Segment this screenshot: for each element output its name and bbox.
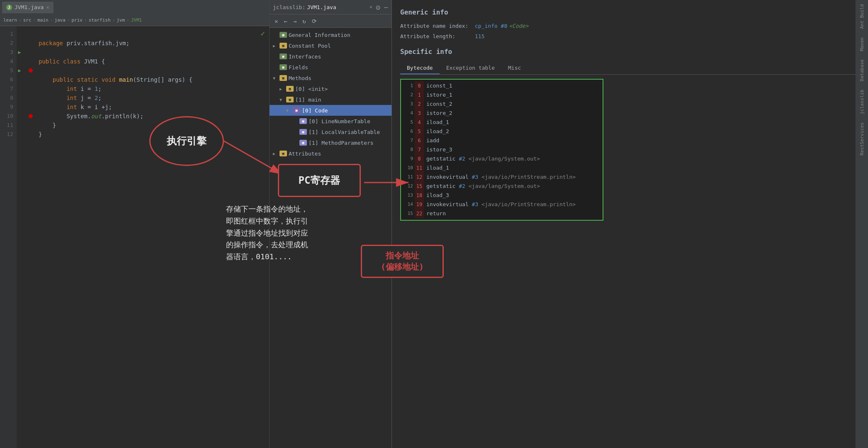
tree-arrow-init: ▶ (280, 87, 286, 91)
bytecode-table: 1 0 iconst_1 2 1 istore_1 3 2 iconst_2 4… (400, 79, 603, 221)
tree-label-general: General Information (289, 32, 350, 38)
details-panel: Generic info Attribute name index: cp_in… (392, 0, 868, 448)
forward-button[interactable]: → (292, 17, 298, 25)
bc-row-6: 6 5 iload_2 (403, 127, 601, 136)
bc-row-4: 4 3 istore_2 (403, 109, 601, 118)
attr-length-value: 115 (475, 33, 484, 39)
tree-item-init[interactable]: ▶ ▣ [0] <init> (270, 83, 391, 94)
tree-icon-main: ▣ (286, 97, 294, 102)
bc-row-5: 5 4 iload_1 (403, 118, 601, 127)
attr-name-row: Attribute name index: cp_info #8 <Code> (400, 23, 860, 29)
breadcrumb-priv: priv (72, 17, 83, 23)
tree-arrow-cp: ▶ (273, 44, 280, 48)
run-gutter: ▶ ▶ (17, 26, 27, 448)
jclass-settings-icon[interactable]: ⚙ (376, 3, 380, 12)
jclass-minimize-icon[interactable]: − (384, 3, 388, 12)
tree-icon-code: ▣ (293, 107, 300, 113)
tree-label-main: [1] main (295, 97, 321, 103)
attr-length-row: Attribute length: 115 (400, 33, 860, 39)
bytecode-tabs: Bytecode Exception table Misc (400, 62, 860, 75)
jclass-tab-name[interactable]: JVM1.java (307, 4, 336, 10)
tree-icon-lvt: ▣ (299, 129, 307, 135)
tree-item-general-info[interactable]: ▣ General Information (270, 29, 391, 40)
attr-name-type: <Code> (509, 23, 528, 29)
tree-panel: jclasslib: JVM1.java × ⚙ − ✕ ← → ↻ ⟳ ▣ G… (270, 0, 392, 448)
toolbar: ✕ ← → ↻ ⟳ (270, 15, 391, 28)
tree-item-code[interactable]: ▼ ▣ [0] Code (270, 105, 391, 116)
tree-icon-attrs: ▣ (280, 151, 287, 156)
tab-misc[interactable]: Misc (501, 62, 528, 74)
details-content: Generic info Attribute name index: cp_in… (392, 0, 868, 229)
editor-tab-bar: J JVM1.java × (0, 0, 269, 15)
tree-item-constant-pool[interactable]: ▶ ▣ Constant Pool (270, 40, 391, 51)
tree-icon-mth: ▣ (280, 75, 287, 81)
tree-item-lvt[interactable]: ▣ [1] LocalVariableTable (270, 127, 391, 137)
specific-info-title: Specific info (400, 48, 860, 56)
tree-label-mth: Methods (289, 75, 311, 81)
attr-name-value[interactable]: cp_info #8 (475, 23, 507, 29)
tree-label-code: [0] Code (302, 107, 328, 114)
generic-info-title: Generic info (400, 8, 860, 16)
tab-exception-table[interactable]: Exception table (440, 62, 501, 74)
sidebar-maven[interactable]: Maven (859, 37, 865, 51)
tree-icon-lnt: ▣ (299, 118, 307, 124)
jclass-tab-close[interactable]: × (370, 4, 372, 10)
tab-bytecode[interactable]: Bytecode (400, 62, 440, 74)
sidebar-rest-services[interactable]: RestServices (859, 122, 865, 155)
tree-item-interfaces[interactable]: ▣ Interfaces (270, 51, 391, 62)
breadcrumb-starfish: starfish (89, 17, 111, 23)
reload-button[interactable]: ⟳ (310, 17, 319, 25)
sidebar-database[interactable]: Database (859, 59, 865, 81)
bc-row-1: 1 0 iconst_1 (403, 81, 601, 90)
editor-panel: J JVM1.java × learn › src › main › java … (0, 0, 270, 448)
run-button-line3[interactable]: ▶ (17, 48, 22, 57)
tree-label-cp: Constant Pool (289, 43, 331, 49)
tree-arrow-main: ▼ (280, 97, 286, 102)
tree-arrow-code: ▼ (286, 108, 293, 113)
close-tool-button[interactable]: ✕ (273, 17, 280, 25)
bc-row-8: 8 7 istore_3 (403, 145, 601, 154)
editor-tab-close[interactable]: × (46, 5, 49, 10)
tree-arrow-mth: ▼ (273, 76, 280, 80)
tree-label-init: [0] <init> (295, 86, 328, 92)
tree-item-lnt[interactable]: ▣ [0] LineNumberTable (270, 116, 391, 127)
back-button[interactable]: ← (282, 17, 289, 25)
tree-icon-general: ▣ (280, 32, 287, 38)
run-button-line5[interactable]: ▶ (17, 66, 22, 75)
bc-row-2: 2 1 istore_1 (403, 90, 601, 100)
right-sidebar: Ant Build Maven Database jclasslib RestS… (856, 0, 868, 448)
tree-label-mp: [1] MethodParameters (309, 140, 374, 146)
breadcrumb-jvm1: JVM1 (131, 17, 142, 23)
line-numbers: 1 2 3 4 5 6 7 8 9 10 11 12 (0, 26, 17, 448)
sidebar-ant-build[interactable]: Ant Build (859, 4, 865, 29)
tree-content: ▣ General Information ▶ ▣ Constant Pool … (270, 28, 391, 161)
breadcrumb-jvm: jvm (117, 17, 125, 23)
tree-arrow-attrs: ▶ (273, 151, 280, 156)
attr-name-label: Attribute name index: (400, 23, 475, 29)
tree-item-mp[interactable]: ▣ [1] MethodParameters (270, 137, 391, 148)
tree-item-main[interactable]: ▼ ▣ [1] main (270, 94, 391, 105)
tree-icon-cp: ▣ (280, 43, 287, 49)
breadcrumb-java: java (54, 17, 66, 23)
tree-item-fields[interactable]: ▣ Fields (270, 62, 391, 73)
bc-row-9: 9 8 getstatic #2 <java/lang/System.out> (403, 154, 601, 163)
tree-icon-mp: ▣ (299, 140, 307, 146)
tree-item-attrs[interactable]: ▶ ▣ Attributes (270, 148, 391, 159)
bc-row-3: 3 2 iconst_2 (403, 100, 601, 109)
code-content[interactable]: package priv.starfish.jvm; public class … (34, 26, 269, 448)
tree-icon-init: ▣ (286, 86, 294, 92)
editor-tab[interactable]: J JVM1.java × (2, 2, 53, 13)
bc-row-7: 7 6 iadd (403, 136, 601, 145)
editor-tab-label: JVM1.java (15, 4, 44, 10)
bc-row-10: 10 11 iload_1 (403, 163, 601, 173)
tree-item-methods[interactable]: ▼ ▣ Methods (270, 73, 391, 83)
sidebar-jclasslib[interactable]: jclasslib (859, 90, 865, 114)
tree-label-lnt: [0] LineNumberTable (309, 118, 370, 124)
breakpoint-gutter (27, 26, 34, 448)
breakpoint-line5 (29, 68, 33, 73)
breadcrumb-learn: learn (3, 17, 17, 23)
tree-label-attrs: Attributes (289, 151, 321, 157)
refresh-button[interactable]: ↻ (301, 17, 307, 25)
bc-row-13: 13 18 iload_3 (403, 191, 601, 200)
jclass-tab-bar: jclasslib: JVM1.java × ⚙ − (270, 0, 391, 15)
